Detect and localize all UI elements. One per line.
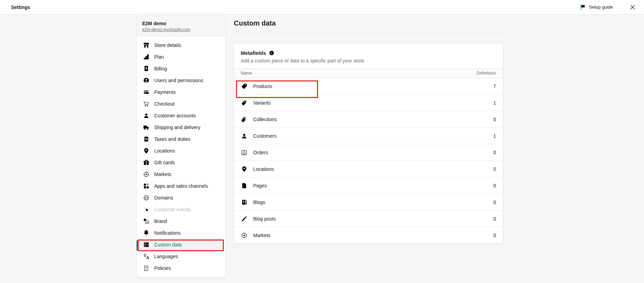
sidebar-item-notifications[interactable]: Notifications <box>139 227 223 239</box>
title-divider <box>234 33 503 33</box>
metafields-description: Add a custom piece of data to a specific… <box>241 58 496 64</box>
metafields-card: Metafields Add a custom piece of data to… <box>234 44 503 244</box>
row-label: Collections <box>253 117 277 122</box>
store-header: E2M demo e2m-demo.myshopify.com <box>137 17 226 36</box>
row-definitions-count: 0 <box>493 233 496 238</box>
page-title: Custom data <box>234 19 503 27</box>
globe-target-icon <box>143 171 150 178</box>
sidebar-item-label: Markets <box>154 172 171 177</box>
pencil-icon <box>241 215 248 222</box>
column-name: Name <box>241 71 252 76</box>
metafield-row-variants[interactable]: Variants 1 <box>234 95 503 111</box>
row-definitions-count: 1 <box>493 100 496 106</box>
sidebar-nav: Store details Plan Billing Users and per… <box>137 36 226 277</box>
info-icon[interactable] <box>269 50 275 56</box>
globe-target-icon <box>241 232 248 239</box>
page-header-title: Settings <box>11 4 30 10</box>
sidebar-item-label: Users and permissions <box>154 78 203 83</box>
person-icon <box>241 133 248 139</box>
close-icon <box>630 4 636 10</box>
row-label: Pages <box>253 183 267 188</box>
sidebar-item-apps-and-sales-channels[interactable]: Apps and sales channels <box>139 180 223 192</box>
translate-icon <box>143 253 150 260</box>
sidebar-item-label: Plan <box>154 54 164 60</box>
sidebar-item-users-and-permissions[interactable]: Users and permissions <box>139 75 223 86</box>
metafield-row-blogs[interactable]: Blogs 0 <box>234 194 503 211</box>
storefront-icon <box>143 42 150 49</box>
sidebar-item-languages[interactable]: Languages <box>139 251 223 262</box>
sidebar-item-label: Payments <box>154 89 176 95</box>
row-definitions-count: 0 <box>493 199 496 205</box>
row-label: Customers <box>253 133 277 139</box>
tag-icon <box>241 83 248 90</box>
store-name: E2M demo <box>142 21 220 26</box>
row-definitions-count: 0 <box>493 216 496 222</box>
sidebar-item-payments[interactable]: Payments <box>139 86 223 98</box>
sidebar-item-label: Locations <box>154 148 175 154</box>
metafield-row-customers[interactable]: Customers 1 <box>234 128 503 144</box>
metafield-row-collections[interactable]: Collections 0 <box>234 111 503 128</box>
map-pin-icon <box>241 166 248 173</box>
column-definitions: Definitions <box>477 71 496 76</box>
database-icon <box>143 241 150 248</box>
sidebar-item-checkout[interactable]: Checkout <box>139 98 223 110</box>
metafield-row-blog-posts[interactable]: Blog posts 0 <box>234 211 503 227</box>
row-label: Blog posts <box>253 216 276 222</box>
sidebar-item-custom-data[interactable]: Custom data <box>139 239 223 251</box>
sidebar-item-label: Taxes and duties <box>154 136 190 142</box>
sidebar-item-label: Apps and sales channels <box>154 183 208 189</box>
sidebar-item-locations[interactable]: Locations <box>139 145 223 157</box>
sidebar-item-label: Shipping and delivery <box>154 125 200 130</box>
sidebar-item-store-details[interactable]: Store details <box>139 39 223 51</box>
setup-guide-button[interactable]: Setup guide <box>579 4 613 11</box>
row-label: Variants <box>253 100 270 106</box>
users-icon <box>143 77 150 84</box>
bell-icon <box>143 230 150 236</box>
sidebar-item-billing[interactable]: Billing <box>139 63 223 75</box>
row-definitions-count: 0 <box>493 117 496 122</box>
sidebar-item-customer-accounts[interactable]: Customer accounts <box>139 110 223 121</box>
metafield-row-locations[interactable]: Locations 0 <box>234 161 503 177</box>
page-icon <box>241 182 248 189</box>
metafield-row-markets[interactable]: Markets 0 <box>234 227 503 244</box>
store-domain-link[interactable]: e2m-demo.myshopify.com <box>142 27 190 32</box>
main-content: Custom data Metafields Add a custom piec… <box>234 14 503 244</box>
active-item-indicator <box>137 240 138 251</box>
policies-icon <box>143 265 150 272</box>
sidebar-item-markets[interactable]: Markets <box>139 168 223 180</box>
sidebar-item-taxes-and-duties[interactable]: Taxes and duties <box>139 133 223 145</box>
metafield-row-products[interactable]: Products 7 <box>234 78 503 95</box>
setup-guide-label: Setup guide <box>589 4 613 10</box>
sidebar-item-gift-cards[interactable]: Gift cards <box>139 157 223 168</box>
cursor-click-icon <box>143 206 150 213</box>
payments-icon <box>143 89 150 96</box>
sidebar-item-policies[interactable]: Policies <box>139 262 223 274</box>
sidebar-item-label: Store details <box>154 42 181 48</box>
row-definitions-count: 0 <box>493 183 496 188</box>
sidebar-item-label: Checkout <box>154 101 175 107</box>
row-definitions-count: 7 <box>493 84 496 89</box>
person-icon <box>143 112 150 119</box>
sidebar-item-label: Customer accounts <box>154 113 196 118</box>
brand-icon <box>143 218 150 225</box>
sidebar-item-domains[interactable]: Domains <box>139 192 223 204</box>
row-label: Blogs <box>253 199 265 205</box>
metafields-title: Metafields <box>241 50 266 56</box>
sidebar-item-shipping-and-delivery[interactable]: Shipping and delivery <box>139 121 223 133</box>
table-header: Name Definitions <box>234 68 503 78</box>
sidebar-item-plan[interactable]: Plan <box>139 51 223 63</box>
row-definitions-count: 1 <box>493 133 496 139</box>
close-settings-button[interactable] <box>628 3 637 12</box>
row-definitions-count: 0 <box>493 166 496 172</box>
plan-icon <box>143 53 150 60</box>
truck-icon <box>143 124 150 131</box>
sidebar-item-label: Domains <box>154 195 173 201</box>
flag-icon <box>579 4 586 11</box>
row-label: Markets <box>253 233 270 238</box>
metafield-row-orders[interactable]: Orders 0 <box>234 144 503 161</box>
sidebar-item-label: Gift cards <box>154 160 175 165</box>
sidebar-item-brand[interactable]: Brand <box>139 215 223 227</box>
sidebar-item-customer-events: Customer events <box>139 204 223 215</box>
metafield-row-pages[interactable]: Pages 0 <box>234 177 503 194</box>
globe-icon <box>143 194 150 201</box>
